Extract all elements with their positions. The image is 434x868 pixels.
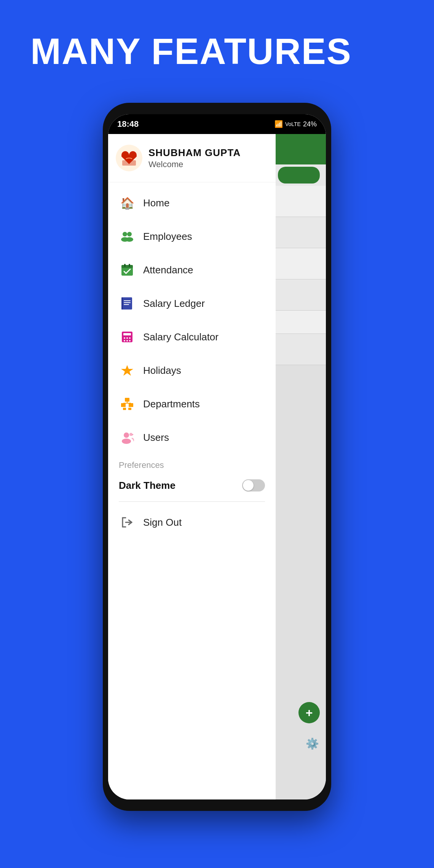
svg-rect-15	[124, 304, 129, 305]
toggle-knob	[243, 480, 254, 491]
svg-point-5	[127, 232, 132, 236]
svg-point-1	[121, 151, 129, 159]
svg-point-22	[124, 340, 125, 341]
status-icons: 📶 VoLTE 24%	[274, 120, 317, 128]
svg-point-4	[123, 232, 127, 236]
svg-rect-11	[129, 264, 130, 267]
departments-svg-icon	[120, 397, 134, 411]
logo-svg	[118, 147, 140, 169]
attendance-icon	[119, 262, 136, 278]
phone-device: 18:48 📶 VoLTE 24% y: None ↕ mey	[103, 103, 331, 811]
salary-ledger-icon	[119, 295, 136, 312]
dark-theme-row: Dark Theme	[108, 473, 276, 498]
sign-out-label: Sign Out	[143, 517, 182, 528]
drawer-user-info: SHUBHAM GUPTA Welcome	[148, 147, 241, 169]
menu-label-users: Users	[143, 432, 169, 444]
settings-icon[interactable]: ⚙️	[306, 737, 319, 750]
attendance-svg-icon	[120, 263, 134, 277]
svg-point-23	[126, 340, 128, 341]
svg-rect-12	[122, 297, 132, 310]
menu-label-employees: Employees	[143, 231, 192, 243]
svg-rect-30	[123, 408, 126, 410]
navigation-drawer: SHUBHAM GUPTA Welcome 🏠 Home	[108, 134, 276, 799]
svg-rect-27	[129, 403, 133, 407]
svg-point-2	[129, 151, 137, 159]
wifi-icon: 📶	[274, 120, 283, 128]
users-icon	[119, 429, 136, 446]
dark-theme-label: Dark Theme	[119, 480, 176, 491]
menu-item-home[interactable]: 🏠 Home	[108, 186, 276, 220]
menu-label-attendance: Attendance	[143, 264, 193, 276]
employees-svg-icon	[120, 230, 134, 243]
phone-shell: 18:48 📶 VoLTE 24% y: None ↕ mey	[103, 103, 331, 811]
home-icon: 🏠	[119, 195, 136, 211]
menu-item-users[interactable]: Users	[108, 421, 276, 454]
signout-svg-icon	[120, 515, 134, 529]
drawer-welcome: Welcome	[148, 160, 241, 169]
preferences-section: Preferences	[108, 454, 276, 473]
svg-point-33	[122, 439, 131, 444]
sign-out-icon	[119, 514, 136, 531]
svg-point-24	[129, 340, 131, 341]
status-time: 18:48	[117, 119, 139, 129]
dark-theme-toggle[interactable]	[242, 479, 265, 491]
page-heading: MANY FEATURES	[30, 30, 352, 72]
menu-label-salary-ledger: Salary Ledger	[143, 298, 205, 310]
signal-icon: VoLTE	[285, 121, 301, 127]
svg-rect-3	[122, 160, 136, 166]
svg-point-7	[126, 237, 133, 242]
svg-point-34	[129, 433, 132, 436]
departments-icon	[119, 396, 136, 412]
menu-item-departments[interactable]: Departments	[108, 387, 276, 421]
menu-item-holidays[interactable]: Holidays	[108, 354, 276, 387]
calculator-svg-icon	[120, 330, 134, 344]
salary-calculator-icon	[119, 329, 136, 345]
svg-rect-16	[121, 297, 123, 310]
ledger-svg-icon	[120, 297, 134, 310]
menu-item-salary-ledger[interactable]: Salary Ledger	[108, 287, 276, 320]
phone-screen: 18:48 📶 VoLTE 24% y: None ↕ mey	[108, 114, 326, 799]
status-bar: 18:48 📶 VoLTE 24%	[108, 114, 326, 134]
svg-point-20	[126, 337, 128, 339]
svg-rect-14	[124, 302, 131, 303]
svg-rect-31	[128, 408, 131, 410]
menu-label-departments: Departments	[143, 398, 200, 410]
drawer-username: SHUBHAM GUPTA	[148, 147, 241, 159]
holidays-icon	[119, 362, 136, 379]
menu-item-attendance[interactable]: Attendance	[108, 253, 276, 287]
drawer-menu: 🏠 Home Employees	[108, 182, 276, 799]
menu-item-employees[interactable]: Employees	[108, 220, 276, 253]
svg-rect-25	[125, 398, 129, 402]
svg-rect-18	[123, 333, 131, 335]
app-logo	[116, 145, 142, 171]
svg-rect-10	[124, 264, 126, 267]
employees-icon	[119, 228, 136, 245]
menu-item-salary-calculator[interactable]: Salary Calculator	[108, 320, 276, 354]
svg-rect-13	[124, 300, 131, 301]
preferences-title: Preferences	[119, 460, 164, 470]
fab-add-button[interactable]: +	[298, 702, 320, 723]
green-pill-button	[278, 167, 320, 183]
users-svg-icon	[120, 431, 134, 444]
svg-point-21	[129, 337, 131, 339]
menu-label-holidays: Holidays	[143, 365, 181, 377]
svg-point-32	[124, 432, 129, 438]
drawer-header: SHUBHAM GUPTA Welcome	[108, 134, 276, 182]
holidays-svg-icon	[120, 364, 134, 377]
svg-point-19	[124, 337, 125, 339]
menu-label-salary-calculator: Salary Calculator	[143, 331, 219, 343]
drawer-divider	[119, 501, 265, 502]
svg-rect-26	[121, 403, 126, 407]
menu-item-sign-out[interactable]: Sign Out	[108, 506, 276, 539]
svg-rect-9	[121, 265, 133, 268]
battery-icon: 24%	[303, 120, 317, 128]
menu-label-home: Home	[143, 197, 169, 209]
